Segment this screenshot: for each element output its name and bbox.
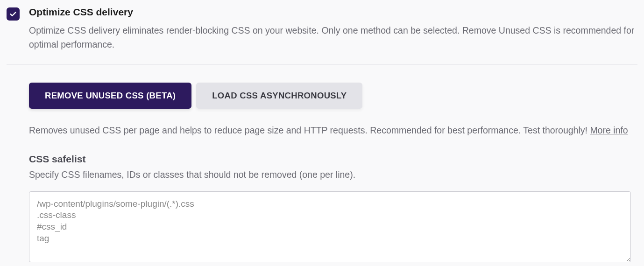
checkmark-icon bbox=[9, 10, 17, 18]
help-text-body: Removes unused CSS per page and helps to… bbox=[29, 125, 590, 135]
optimize-css-checkbox[interactable] bbox=[7, 7, 20, 21]
css-method-buttons: REMOVE UNUSED CSS (BETA) LOAD CSS ASYNCH… bbox=[29, 83, 637, 109]
css-safelist-textarea[interactable] bbox=[29, 191, 631, 262]
css-safelist-title: CSS safelist bbox=[29, 154, 637, 165]
option-description: Optimize CSS delivery eliminates render-… bbox=[29, 23, 637, 51]
optimize-css-option: Optimize CSS delivery Optimize CSS deliv… bbox=[7, 7, 637, 65]
css-safelist-description: Specify CSS filenames, IDs or classes th… bbox=[29, 169, 637, 180]
more-info-link[interactable]: More info bbox=[590, 125, 628, 135]
load-css-async-button[interactable]: LOAD CSS ASYNCHRONOUSLY bbox=[196, 83, 362, 109]
remove-unused-css-button[interactable]: REMOVE UNUSED CSS (BETA) bbox=[29, 83, 191, 109]
remove-unused-help-text: Removes unused CSS per page and helps to… bbox=[29, 124, 637, 137]
option-text-block: Optimize CSS delivery Optimize CSS deliv… bbox=[29, 7, 637, 51]
option-title: Optimize CSS delivery bbox=[29, 7, 637, 18]
